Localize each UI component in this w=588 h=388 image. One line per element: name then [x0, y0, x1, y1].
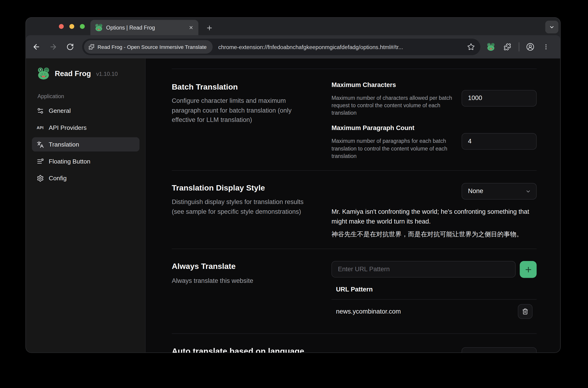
sidebar-item-api-providers[interactable]: API API Providers [32, 121, 140, 135]
extensions-puzzle-icon[interactable] [502, 41, 513, 52]
desktop: Options | Read Frog [0, 0, 588, 388]
gear-icon [36, 174, 44, 182]
max-paragraph-count-description: Maximum number of paragraphs for each ba… [331, 137, 455, 160]
read-frog-extension-icon[interactable] [485, 41, 496, 52]
sliders-icon [36, 107, 44, 114]
url-text: chrome-extension://fnfedoabnchafgkeeponm… [218, 44, 465, 50]
frog-favicon-icon [95, 24, 103, 32]
sidebar-item-label: General [49, 107, 71, 114]
read-frog-logo-icon [37, 67, 50, 80]
sidebar-item-translation[interactable]: Translation [32, 137, 140, 151]
display-style-selected-value: None [468, 188, 483, 195]
floating-button-icon [36, 157, 44, 165]
back-button[interactable] [30, 41, 43, 53]
forward-button[interactable] [47, 41, 60, 53]
close-window-button[interactable] [59, 24, 64, 29]
add-url-pattern-button[interactable] [520, 261, 537, 278]
sidebar-item-config[interactable]: Config [32, 171, 140, 185]
chevron-down-icon [525, 353, 531, 353]
site-info-chip[interactable]: Read Frog - Open Source Immersive Transl… [84, 40, 212, 54]
site-chip-label: Read Frog - Open Source Immersive Transl… [97, 44, 207, 50]
section-divider [172, 69, 537, 69]
sidebar-item-label: Floating Button [49, 158, 91, 165]
url-pattern-row-value: news.ycombinator.com [336, 308, 401, 315]
batch-translation-description: Configure character limits and maximum p… [172, 96, 307, 125]
section-divider [172, 170, 537, 171]
table-header-divider [331, 299, 537, 300]
sidebar-item-label: Translation [49, 141, 79, 148]
zoom-window-button[interactable] [80, 24, 85, 29]
delete-url-pattern-button[interactable] [518, 304, 533, 319]
address-bar[interactable]: Read Frog - Open Source Immersive Transl… [82, 39, 480, 55]
tab-title: Options | Read Frog [106, 25, 185, 31]
sample-text-english: Mr. Kamiya isn't confronting the world; … [331, 207, 537, 227]
browser-toolbar: Read Frog - Open Source Immersive Transl… [26, 35, 560, 59]
sidebar-nav: General API API Providers Translation [32, 103, 140, 185]
trash-icon [522, 308, 528, 315]
max-paragraph-count-input[interactable] [462, 133, 537, 149]
tab-search-button[interactable] [545, 21, 558, 33]
app-logo-row: Read Frog v1.10.10 [37, 67, 118, 80]
app-version: v1.10.10 [96, 70, 118, 76]
always-translate-title: Always Translate [172, 262, 235, 271]
reload-button[interactable] [64, 41, 76, 53]
sample-text-chinese: 神谷先生不是在对抗世界，而是在对抗可能让世界为之侧目的事物。 [331, 230, 537, 239]
batch-translation-title: Batch Translation [172, 83, 238, 92]
new-tab-button[interactable] [204, 23, 214, 33]
auto-translate-language-select[interactable]: Select language [462, 347, 537, 353]
sidebar-item-floating-button[interactable]: Floating Button [32, 154, 140, 169]
max-paragraph-count-label: Maximum Paragraph Count [331, 124, 414, 132]
sidebar-item-general[interactable]: General [32, 103, 140, 118]
max-characters-label: Maximum Characters [331, 81, 396, 89]
tab-strip: Options | Read Frog [26, 18, 560, 35]
browser-tab[interactable]: Options | Read Frog [91, 20, 198, 35]
max-characters-input[interactable] [462, 90, 537, 107]
section-divider [172, 249, 537, 249]
browser-menu-icon[interactable] [540, 41, 551, 52]
app-name: Read Frog [55, 69, 91, 78]
plus-icon [524, 266, 532, 273]
settings-panel: Batch Translation Configure character li… [146, 59, 560, 353]
chevron-down-icon [525, 188, 531, 194]
max-characters-description: Maximum number of characters allowed per… [331, 94, 455, 117]
options-page: Read Frog v1.10.10 Application General A… [26, 59, 560, 353]
display-style-select[interactable]: None [462, 183, 537, 200]
auto-translate-title: Auto translate based on language [172, 347, 304, 353]
section-divider [172, 333, 537, 334]
display-style-title: Translation Display Style [172, 183, 265, 192]
language-select-placeholder: Select language [468, 352, 514, 353]
extension-icon [88, 44, 94, 50]
profile-avatar-icon[interactable] [525, 41, 536, 52]
url-pattern-input[interactable] [331, 261, 516, 277]
sidebar-item-label: Config [49, 174, 67, 182]
toolbar-divider [519, 42, 519, 51]
api-icon: API [36, 124, 44, 131]
browser-window: Options | Read Frog [25, 17, 561, 353]
languages-icon [36, 141, 44, 148]
display-style-description: Distinguish display styles for translati… [172, 197, 307, 216]
sidebar: Read Frog v1.10.10 Application General A… [26, 59, 145, 353]
sidebar-section-label: Application [37, 93, 64, 99]
bookmark-star-icon[interactable] [465, 41, 477, 52]
sidebar-item-label: API Providers [49, 124, 87, 131]
minimize-window-button[interactable] [69, 24, 74, 29]
always-translate-description: Always translate this website [172, 276, 307, 286]
url-pattern-column-header: URL Pattern [336, 286, 373, 293]
tab-close-icon[interactable] [188, 25, 194, 31]
